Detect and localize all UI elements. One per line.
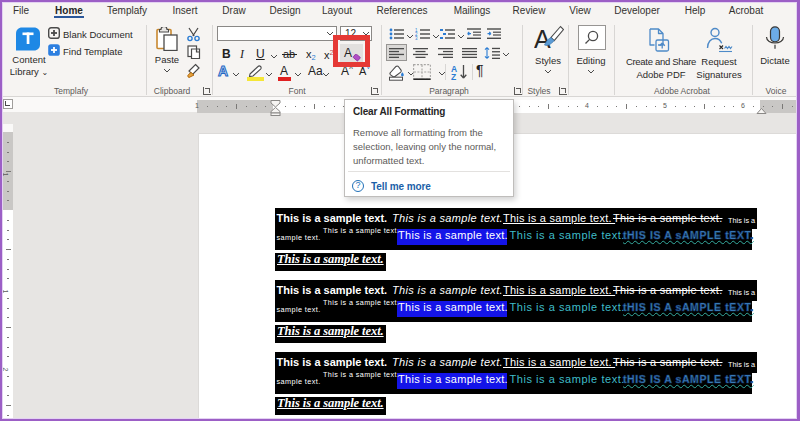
svg-text:3: 3 bbox=[415, 36, 418, 40]
svg-text:Z: Z bbox=[451, 72, 456, 80]
svg-text:A: A bbox=[534, 25, 551, 51]
